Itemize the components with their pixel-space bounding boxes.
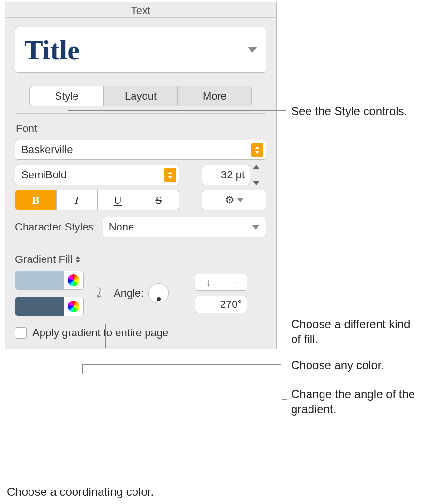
callout-line [7, 411, 7, 481]
divider [15, 78, 266, 78]
callout-line [82, 364, 83, 374]
paragraph-style-label: Title [24, 34, 80, 66]
font-weight-value: SemiBold [21, 169, 67, 181]
gradient-direction-buttons: ↓ → [195, 274, 247, 291]
gradient-color-2-wheel-button[interactable] [64, 297, 83, 316]
gradient-color-wells [15, 271, 84, 316]
callout-line [7, 411, 15, 411]
callout-line [68, 110, 286, 111]
callout-line [68, 110, 68, 120]
panel-title: Text [5, 2, 276, 18]
strikethrough-button[interactable]: S [138, 190, 179, 210]
apply-entire-page-checkbox[interactable] [15, 327, 27, 339]
angle-field[interactable]: 270° [195, 296, 247, 313]
gradient-color-2 [15, 297, 84, 316]
updown-icon [164, 168, 176, 182]
gradient-vertical-button[interactable]: ↓ [195, 274, 221, 290]
gradient-color-2-swatch[interactable] [15, 297, 64, 316]
character-styles-dropdown[interactable]: None [103, 217, 266, 237]
underline-button[interactable]: U [98, 190, 139, 210]
gradient-horizontal-button[interactable]: → [221, 274, 247, 290]
chevron-down-icon [248, 47, 257, 53]
font-family-dropdown[interactable]: Baskerville [15, 140, 266, 160]
font-section-label: Font [16, 122, 266, 135]
angle-dot-icon [157, 297, 161, 301]
gradient-color-1 [15, 271, 84, 290]
chevron-down-icon [237, 198, 243, 202]
paragraph-style-dropdown[interactable]: Title [15, 27, 266, 73]
callout-line [282, 399, 287, 400]
chevron-down-icon [252, 225, 259, 230]
font-size-stepper[interactable] [253, 165, 260, 185]
chevron-up-icon [253, 165, 260, 169]
updown-icon [251, 143, 263, 157]
divider [15, 113, 266, 114]
text-inspector-panel: Text Title Style Layout More Font Basker… [5, 2, 277, 349]
advanced-options-button[interactable]: ⚙︎ [202, 190, 266, 210]
character-style-value: None [109, 221, 134, 233]
callout-bracket [278, 377, 282, 421]
swap-colors-button[interactable]: ⤵︎ [93, 285, 104, 302]
font-family-value: Baskerville [21, 144, 73, 156]
tab-more[interactable]: More [178, 86, 251, 106]
italic-button[interactable]: I [57, 190, 98, 210]
font-size-field[interactable]: 32 pt [202, 165, 250, 185]
tab-layout[interactable]: Layout [104, 86, 178, 106]
callout-line [82, 364, 281, 365]
callout-fill-kind: Choose a different kind of fill. [291, 317, 422, 346]
bold-button[interactable]: B [15, 190, 57, 210]
tab-style[interactable]: Style [30, 86, 104, 106]
color-wheel-icon [68, 301, 79, 312]
fill-type-dropdown[interactable]: Gradient Fill [15, 253, 80, 271]
callout-coord-color: Choose a coordinating color. [7, 484, 249, 499]
text-style-button-group: B I U S [15, 190, 179, 210]
character-styles-label: Character Styles [15, 221, 94, 233]
updown-icon [75, 256, 80, 263]
callout-angle: Change the angle of the gradient. [291, 387, 422, 417]
font-weight-dropdown[interactable]: SemiBold [15, 165, 179, 185]
callout-style: See the Style controls. [291, 103, 417, 118]
gear-icon: ⚙︎ [225, 194, 235, 206]
gradient-color-1-swatch[interactable] [15, 271, 64, 289]
fill-type-label: Gradient Fill [15, 253, 73, 266]
color-wheel-icon [68, 274, 79, 286]
divider [15, 245, 266, 245]
tab-group: Style Layout More [29, 86, 252, 106]
callout-any-color: Choose any color. [291, 358, 422, 373]
angle-dial[interactable] [148, 283, 169, 303]
chevron-down-icon [253, 181, 260, 185]
callout-line [105, 324, 286, 324]
angle-label: Angle: [114, 287, 144, 300]
apply-entire-page-label: Apply gradient to entire page [32, 327, 168, 339]
gradient-color-1-wheel-button[interactable] [64, 271, 83, 289]
callout-line [105, 324, 106, 348]
